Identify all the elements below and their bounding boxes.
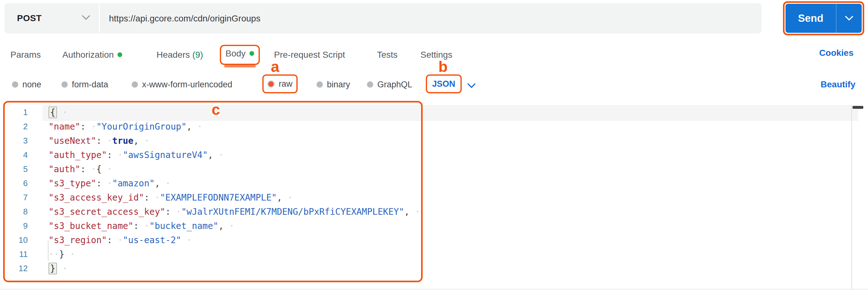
method-url-divider [99,4,100,33]
line-number: 2 [0,119,28,134]
line-number: 7 [0,191,28,205]
line-number: 12 [0,261,28,275]
authorization-green-dot-icon [118,52,122,57]
send-button-label: Send [785,12,836,24]
line-number: 3 [0,134,28,148]
body-green-dot-icon [249,51,254,56]
content-type-select[interactable]: JSON [432,79,456,89]
code-text: "s3_bucket_name": ·"bucket_name", · [28,219,234,233]
code-line: 12} · [0,261,850,275]
code-text: } · [28,261,68,275]
editor-bottom-divider [0,289,868,290]
beautify-link[interactable]: Beautify [821,80,856,90]
code-line: 9"s3_bucket_name": ·"bucket_name", · [0,219,850,233]
code-text: "name": ·"YourOriginGroup", · [28,119,203,134]
code-text: ··} · [28,247,75,261]
json-annotation-box: JSON [426,75,462,93]
code-text: "s3_region": ·"us-east-2" · [28,233,192,247]
code-line: 11··} · [0,247,850,261]
request-bar: POST [4,3,762,33]
headers-count-badge: (9) [192,50,203,60]
tab-authorization[interactable]: Authorization [62,48,122,62]
tab-headers[interactable]: Headers (9) [157,48,203,62]
content-type-chevron-down-icon[interactable] [467,83,476,89]
code-line: 2"name": ·"YourOriginGroup", · [0,119,850,134]
code-line: 5"auth": ·{ · [0,162,850,176]
method-select[interactable]: POST [17,3,41,33]
tab-pre-request-script[interactable]: Pre-request Script [274,48,345,62]
line-number: 1 [0,105,28,119]
radio-form-data[interactable]: form-data [61,78,108,91]
send-chevron-down-icon[interactable] [837,15,862,22]
radio-circle-icon [367,81,373,88]
radio-x-www-form-urlencoded[interactable]: x-www-form-urlencoded [132,78,232,91]
send-annotation-box: Send [783,1,864,35]
annotation-letter-a: a [271,58,279,76]
code-text: "auth_type": ·"awsSignatureV4", · [28,148,224,162]
app-window: POST Send Params Authorization Headers (… [0,0,868,292]
line-number: 9 [0,219,28,233]
annotation-letter-c: c [212,101,220,118]
line-number: 6 [0,176,28,191]
scrollbar-thumb[interactable] [852,106,863,109]
raw-annotation-box: raw [262,75,298,93]
tab-params[interactable]: Params [10,48,41,62]
active-tab-underline [224,65,256,67]
cookies-link[interactable]: Cookies [819,48,854,58]
radio-selected-icon [268,80,275,88]
tab-body[interactable]: Body [225,49,254,58]
tab-tests[interactable]: Tests [377,48,398,62]
body-tab-annotation-box: Body [220,45,260,65]
code-text: "s3_secret_access_key": ·"wJalrXUtnFEMI/… [28,205,420,219]
radio-circle-icon [61,81,68,88]
code-line: 1{ · [0,105,850,119]
code-text: "s3_type": ·"amazon", · [28,176,171,191]
code-line: 6"s3_type": ·"amazon", · [0,176,850,191]
radio-binary[interactable]: binary [316,78,350,91]
code-lines: 1{ ·2"name": ·"YourOriginGroup", ·3"useN… [0,105,850,275]
code-line: 10"s3_region": ·"us-east-2" · [0,233,850,247]
code-line: 3"useNext": ·true, · [0,134,850,148]
code-text: "useNext": ·true, · [28,134,149,148]
method-chevron-down-icon[interactable] [81,14,91,21]
body-code-editor[interactable]: 1{ ·2"name": ·"YourOriginGroup", ·3"useN… [0,99,868,290]
line-number: 10 [0,233,28,247]
code-text: "auth": ·{ · [28,162,112,176]
code-text: { · [28,105,68,119]
annotation-letter-b: b [438,58,447,76]
code-line: 4"auth_type": ·"awsSignatureV4", · [0,148,850,162]
radio-none[interactable]: none [12,78,41,91]
send-button[interactable]: Send [785,4,862,33]
indent-guide [48,240,49,261]
code-line: 7"s3_access_key_id": ·"EXAMPLEFODNN7EXAM… [0,191,850,205]
url-input[interactable] [108,3,708,34]
radio-circle-icon [132,81,138,88]
line-number: 5 [0,162,28,176]
radio-raw[interactable]: raw [268,76,292,91]
code-text: "s3_access_key_id": ·"EXAMPLEFODNN7EXAMP… [28,191,292,205]
radio-circle-icon [316,81,323,88]
radio-circle-icon [12,81,18,88]
scrollbar-track [851,105,852,290]
line-number: 4 [0,148,28,162]
code-line: 8"s3_secret_access_key": ·"wJalrXUtnFEMI… [0,205,850,219]
line-number: 8 [0,205,28,219]
line-number: 11 [0,247,28,261]
radio-graphql[interactable]: GraphQL [367,78,412,91]
